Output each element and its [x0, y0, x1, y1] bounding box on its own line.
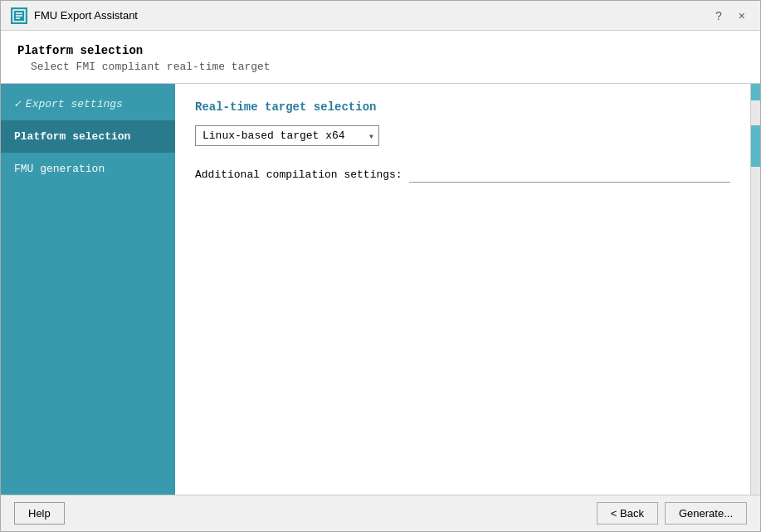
footer-right: < Back Generate... [597, 502, 747, 525]
title-bar-left: FMU Export Assistant [11, 7, 138, 24]
main-content: ✓ Export settings Platform selection FMU… [1, 84, 760, 495]
page-subtitle: Select FMI compliant real-time target [17, 61, 744, 73]
footer: Help < Back Generate... [1, 495, 760, 531]
content-area: Real-time target selection Linux-based t… [175, 84, 750, 495]
help-icon-button[interactable]: ? [710, 7, 727, 24]
main-window: FMU Export Assistant ? × Platform select… [0, 0, 761, 532]
target-select-wrapper: Linux-based target x64 Windows-based tar… [195, 125, 379, 146]
page-title: Platform selection [17, 44, 744, 57]
additional-label: Additional compilation settings: [195, 168, 402, 181]
section-title: Real-time target selection [195, 100, 730, 114]
title-bar-controls: ? × [710, 7, 750, 24]
right-edge [750, 84, 760, 495]
generate-button[interactable]: Generate... [665, 502, 747, 525]
additional-input[interactable] [409, 166, 730, 183]
sidebar-item-fmu-generation[interactable]: FMU generation [1, 153, 175, 185]
sidebar: ✓ Export settings Platform selection FMU… [1, 84, 175, 495]
additional-row: Additional compilation settings: [195, 166, 730, 183]
back-button[interactable]: < Back [597, 502, 658, 525]
target-dropdown[interactable]: Linux-based target x64 Windows-based tar… [195, 125, 379, 146]
sidebar-item-label: FMU generation [14, 163, 105, 175]
help-button[interactable]: Help [14, 502, 65, 525]
footer-left: Help [14, 502, 65, 525]
app-icon [11, 7, 27, 24]
header-section: Platform selection Select FMI compliant … [1, 31, 760, 84]
window-title: FMU Export Assistant [34, 9, 138, 22]
sidebar-item-label: Platform selection [14, 130, 130, 143]
sidebar-item-label: Export settings [26, 98, 123, 110]
close-button[interactable]: × [734, 7, 750, 24]
sidebar-item-platform-selection[interactable]: Platform selection [1, 120, 175, 153]
title-bar: FMU Export Assistant ? × [1, 1, 760, 31]
sidebar-item-export-settings[interactable]: ✓ Export settings [1, 87, 175, 120]
checkmark-icon: ✓ [14, 97, 21, 110]
